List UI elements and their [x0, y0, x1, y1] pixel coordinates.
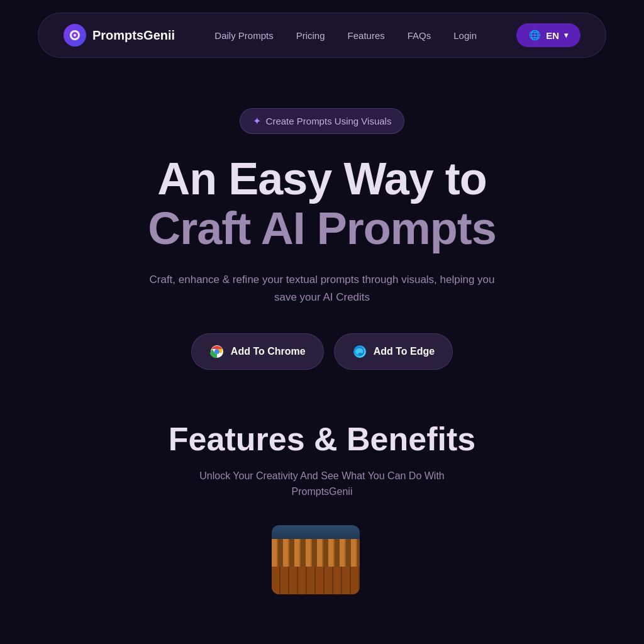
lang-icon: 🌐	[529, 30, 541, 41]
logo-icon	[64, 24, 86, 47]
svg-point-6	[358, 353, 363, 355]
chevron-down-icon: ▾	[564, 31, 568, 40]
nav-daily-prompts[interactable]: Daily Prompts	[214, 30, 273, 41]
features-image-area	[272, 525, 372, 601]
badge-text: Create Prompts Using Visuals	[266, 116, 392, 126]
lang-label: EN	[546, 30, 559, 41]
edge-button-label: Add To Edge	[374, 346, 435, 357]
logo-text: PromptsGenii	[92, 28, 175, 43]
sparkle-icon: ✦	[253, 115, 261, 127]
features-subtitle: Unlock Your Creativity And See What You …	[177, 468, 467, 500]
edge-icon	[352, 344, 367, 359]
chrome-button-label: Add To Chrome	[231, 346, 306, 357]
hero-title-line1: An Easy Way to	[157, 154, 486, 204]
logo[interactable]: PromptsGenii	[64, 24, 175, 47]
navbar: PromptsGenii Daily Prompts Pricing Featu…	[38, 13, 606, 58]
cta-buttons: Add To Chrome Add To Edge	[191, 333, 453, 370]
nav-faqs[interactable]: FAQs	[408, 30, 431, 41]
chrome-icon	[209, 344, 225, 359]
features-title: Features & Benefits	[169, 420, 475, 458]
svg-point-4	[214, 349, 219, 354]
add-to-chrome-button[interactable]: Add To Chrome	[191, 333, 324, 370]
nav-links: Daily Prompts Pricing Features FAQs Logi…	[214, 30, 477, 41]
hero-title-line2: Craft AI Prompts	[148, 204, 496, 253]
hero-section: ✦ Create Prompts Using Visuals An Easy W…	[0, 58, 644, 408]
hero-subtitle: Craft, enhance & refine your textual pro…	[140, 271, 504, 305]
nav-features[interactable]: Features	[348, 30, 385, 41]
add-to-edge-button[interactable]: Add To Edge	[334, 333, 453, 370]
hero-badge[interactable]: ✦ Create Prompts Using Visuals	[240, 108, 405, 134]
features-section: Features & Benefits Unlock Your Creativi…	[0, 408, 644, 601]
building-thumbnail	[272, 525, 360, 594]
svg-point-2	[74, 34, 76, 36]
nav-login[interactable]: Login	[453, 30, 477, 41]
language-button[interactable]: 🌐 EN ▾	[516, 23, 580, 47]
nav-pricing[interactable]: Pricing	[296, 30, 325, 41]
